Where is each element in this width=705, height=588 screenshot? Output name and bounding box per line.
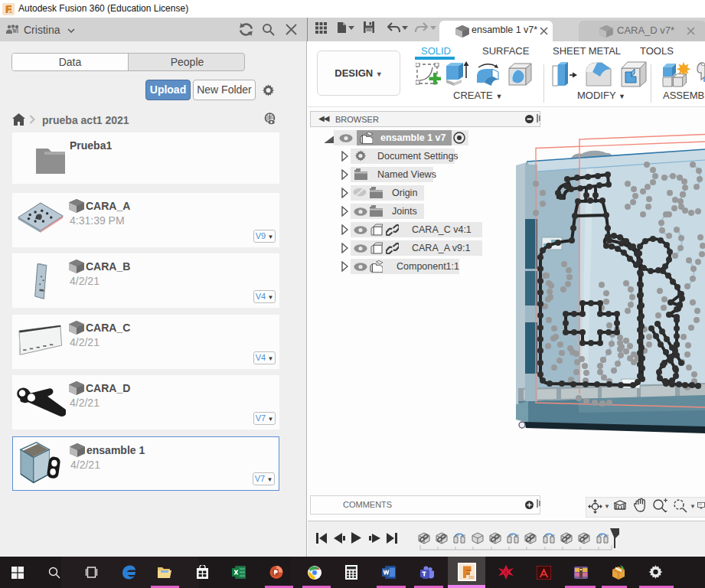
svg-text:360: 360	[468, 576, 475, 580]
